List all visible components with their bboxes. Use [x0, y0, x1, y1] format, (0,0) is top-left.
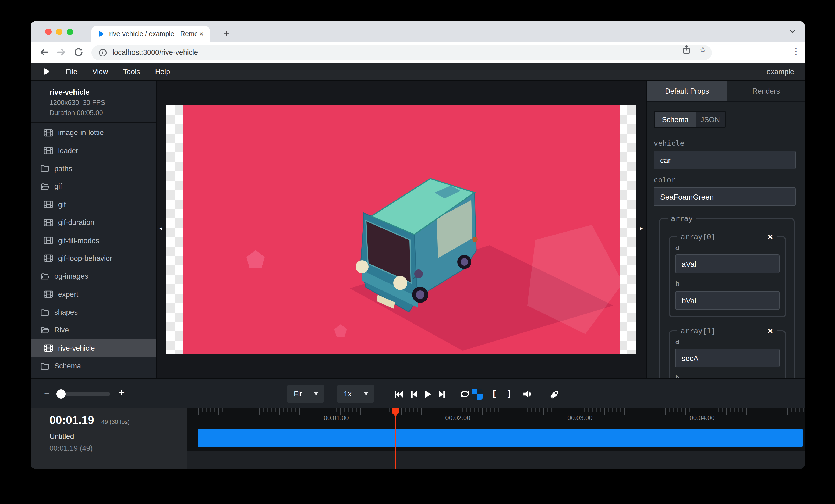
menu-tools[interactable]: Tools	[123, 67, 140, 76]
vehicle-input[interactable]	[654, 151, 796, 169]
remove-array-item-1-icon[interactable]: ✕	[766, 327, 774, 335]
back-icon[interactable]	[39, 47, 49, 58]
frame-info: 49 (30 fps)	[101, 419, 130, 425]
composition-info: rive-vehicle 1200x630, 30 FPS Duration 0…	[30, 81, 156, 123]
fit-select-value: Fit	[294, 390, 302, 398]
zoom-out-icon[interactable]: −	[42, 388, 51, 399]
tab-default-props[interactable]: Default Props	[647, 81, 727, 101]
tab-title: rive-vehicle / example - Remoti	[109, 30, 198, 38]
tab-close-icon[interactable]: ✕	[198, 30, 205, 37]
composition-canvas	[166, 105, 636, 355]
sidebar-item-label: gif-duration	[58, 218, 95, 227]
timeline-track-bar[interactable]	[198, 429, 803, 447]
playhead[interactable]	[395, 408, 396, 469]
in-point-icon[interactable]: [	[491, 388, 497, 399]
array-item-0-legend: array[0]	[680, 232, 716, 241]
previous-frame-icon[interactable]	[408, 390, 420, 399]
remove-array-item-0-icon[interactable]: ✕	[766, 233, 774, 241]
transparency-toggle-icon[interactable]	[472, 389, 483, 400]
url-text: localhost:3000/rive-vehicle	[113, 48, 198, 57]
sidebar-item-gif-loop-behavior[interactable]: gif-loop-behavior	[30, 249, 156, 267]
array-1-a-input[interactable]	[675, 349, 779, 368]
zoom-slider[interactable]	[57, 392, 110, 396]
bookmark-star-icon[interactable]: ☆	[699, 44, 707, 56]
sidebar-item-rive-vehicle[interactable]: rive-vehicle	[30, 339, 156, 357]
browser-window: rive-vehicle / example - Remoti ✕ + loca…	[30, 21, 805, 469]
browser-tab[interactable]: rive-vehicle / example - Remoti ✕	[91, 26, 210, 42]
playback-toolbar: − + Fit 1x	[30, 378, 805, 408]
sidebar-item-loader[interactable]: loader	[30, 142, 156, 160]
expand-right-panel-icon[interactable]: ▸	[640, 225, 643, 231]
speed-select[interactable]: 1x	[337, 384, 374, 403]
sidebar-item-gif-fill-modes[interactable]: gif-fill-modes	[30, 232, 156, 250]
chevron-down-icon	[364, 392, 369, 395]
folder-open-icon	[40, 273, 49, 280]
fit-select[interactable]: Fit	[287, 384, 324, 403]
sidebar-item-label: Schema	[54, 362, 81, 370]
film-icon	[44, 344, 53, 352]
sidebar-item-gif[interactable]: gif	[30, 195, 156, 213]
menu-file[interactable]: File	[66, 67, 78, 76]
tab-search-chevron-icon[interactable]	[789, 27, 796, 35]
maximize-window-button[interactable]	[67, 28, 73, 35]
preview-stage: ◂ ▸	[157, 81, 646, 378]
film-icon	[44, 237, 53, 244]
close-window-button[interactable]	[45, 28, 52, 35]
rocket-icon[interactable]	[549, 390, 561, 399]
minimize-window-button[interactable]	[56, 28, 62, 35]
color-input[interactable]	[654, 187, 796, 206]
forward-icon[interactable]	[56, 47, 67, 58]
field-label-a: a	[675, 337, 779, 345]
array-0-a-input[interactable]	[675, 254, 779, 273]
menu-view[interactable]: View	[93, 67, 108, 76]
sidebar-folder-og-images[interactable]: og-images	[30, 267, 156, 285]
sidebar-item-label: rive-vehicle	[58, 344, 95, 352]
sidebar-folder-rive[interactable]: Rive	[30, 321, 156, 339]
main-content: rive-vehicle 1200x630, 30 FPS Duration 0…	[30, 81, 805, 378]
composition-resolution: 1200x630, 30 FPS	[49, 99, 156, 106]
track-duration: 00:01.19 (49)	[49, 444, 187, 453]
sidebar-folder-gif[interactable]: gif	[30, 177, 156, 195]
sidebar-folder-paths[interactable]: paths	[30, 160, 156, 178]
timeline-info: 00:01.19 49 (30 fps) Untitled 00:01.19 (…	[30, 408, 187, 469]
sidebar-folder-shapes[interactable]: shapes	[30, 303, 156, 321]
skip-to-start-icon[interactable]	[392, 390, 404, 399]
next-frame-icon[interactable]	[436, 390, 448, 399]
out-point-icon[interactable]: ]	[506, 388, 512, 399]
screen: rive-vehicle / example - Remoti ✕ + loca…	[0, 0, 835, 504]
props-panel-tabs: Default Props Renders	[647, 81, 805, 102]
remotion-logo-icon[interactable]	[42, 67, 50, 76]
array-0-b-input[interactable]	[675, 291, 779, 310]
compositions-sidebar: rive-vehicle 1200x630, 30 FPS Duration 0…	[30, 81, 157, 378]
zoom-slider-thumb[interactable]	[57, 390, 66, 399]
sidebar-item-image-in-lottie[interactable]: image-in-lottie	[30, 124, 156, 142]
browser-menu-icon[interactable]: ⋮	[791, 46, 800, 57]
sidebar-folder-schema[interactable]: Schema	[30, 357, 156, 375]
address-bar[interactable]: localhost:3000/rive-vehicle	[91, 45, 712, 60]
reload-icon[interactable]	[73, 47, 84, 58]
folder-icon	[40, 309, 49, 316]
vehicle-artwork	[183, 105, 620, 355]
toggle-schema[interactable]: Schema	[655, 112, 696, 127]
toggle-json[interactable]: JSON	[696, 112, 725, 127]
play-icon[interactable]	[422, 390, 434, 399]
collapse-left-panel-icon[interactable]: ◂	[159, 225, 162, 231]
loop-icon[interactable]	[459, 390, 471, 399]
menu-help[interactable]: Help	[155, 67, 170, 76]
tab-renders[interactable]: Renders	[727, 81, 805, 101]
zoom-in-icon[interactable]: +	[117, 387, 126, 399]
sidebar-item-label: Rive	[54, 326, 69, 334]
sidebar-item-label: gif	[58, 201, 66, 209]
volume-icon[interactable]	[522, 390, 534, 399]
sidebar-item-expert[interactable]: expert	[30, 285, 156, 303]
sidebar-item-label: og-images	[54, 272, 88, 280]
folder-icon	[40, 362, 49, 370]
new-tab-button[interactable]: +	[219, 26, 234, 41]
project-label: example	[767, 67, 794, 76]
share-icon[interactable]	[682, 45, 691, 54]
site-info-icon[interactable]	[99, 48, 107, 57]
sidebar-item-gif-duration[interactable]: gif-duration	[30, 213, 156, 232]
sidebar-item-label: loader	[58, 147, 78, 155]
film-icon	[44, 255, 53, 262]
composition-list: image-in-lottie loader paths gif gif gif…	[30, 123, 156, 378]
